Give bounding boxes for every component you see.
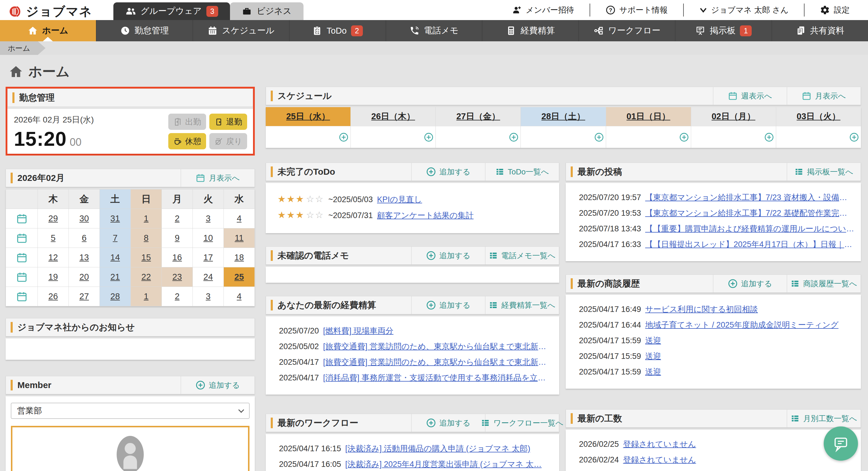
deal-link[interactable]: サービス利用に関する初回相談 [645, 304, 758, 315]
week-calendar-icon[interactable] [6, 209, 38, 228]
calendar-day[interactable]: 19 [38, 268, 69, 287]
calendar-day[interactable]: 16 [162, 248, 193, 268]
schedule-day-sunday[interactable]: 01日（日） [606, 107, 691, 126]
week-calendar-icon[interactable] [6, 248, 38, 268]
workflow-list-link[interactable]: ワークフロー一覧へ [485, 414, 559, 432]
calendar-day[interactable]: 14 [100, 248, 131, 268]
manhours-list-link[interactable]: 月別工数一覧へ [787, 410, 861, 427]
week-calendar-icon[interactable] [6, 268, 38, 287]
support-info-button[interactable]: ? サポート情報 [590, 5, 683, 15]
calendar-day[interactable]: 22 [131, 268, 162, 287]
calendar-day[interactable]: 28 [100, 287, 131, 306]
expense-link[interactable]: [消耗品費] 事務所運営・支援活動で使用する事務消耗品を立替… [323, 372, 553, 383]
deals-list-link[interactable]: 商談履歴一覧へ [787, 275, 861, 292]
nav-todo[interactable]: ToDo 2 [289, 20, 385, 41]
week-calendar-icon[interactable] [6, 228, 38, 248]
calendar-day[interactable]: 6 [69, 228, 100, 248]
calendar-day[interactable]: 30 [69, 209, 100, 228]
schedule-day[interactable]: 02日（月） [691, 107, 776, 126]
posts-list-link[interactable]: 掲示板一覧へ [787, 163, 861, 181]
post-link[interactable]: 【【日報提出スレッド】2025年4月17日（木）】日報｜支援… [645, 239, 855, 250]
calendar-day[interactable]: 17 [193, 248, 224, 268]
deal-link[interactable]: 送迎 [645, 335, 661, 346]
calendar-day[interactable]: 31 [100, 209, 131, 228]
clock-out-button[interactable]: 退勤 [209, 114, 247, 130]
nav-phone-memo[interactable]: 電話メモ [385, 20, 482, 41]
tab-business[interactable]: ビジネス [230, 2, 304, 20]
add-event-button[interactable] [509, 132, 519, 142]
workflow-link[interactable]: [決裁済み] 2025年4月度営業出張申請 (ジョブマネ 太… [345, 459, 541, 470]
calendar-day[interactable]: 21 [100, 268, 131, 287]
expense-link[interactable]: [旅費交通費] 営業訪問のため、東京駅から仙台駅まで東北新幹… [323, 341, 553, 352]
calendar-day-today[interactable]: 25 [224, 268, 255, 287]
calendar-day[interactable]: 2 [162, 287, 193, 306]
todo-add-button[interactable]: 追加する [411, 163, 485, 181]
clock-in-button[interactable]: 出勤 [168, 114, 206, 130]
schedule-month-view-link[interactable]: 月表示へ [787, 87, 861, 105]
calendar-day[interactable]: 29 [38, 209, 69, 228]
calendar-day[interactable]: 13 [69, 248, 100, 268]
settings-button[interactable]: 設定 [805, 5, 865, 15]
todo-item-link[interactable]: KPIの見直し [377, 194, 422, 205]
deals-add-button[interactable]: 追加する [713, 275, 787, 292]
post-link[interactable]: 【【重要】購買申請および経費精算の運用ルールについて】tes… [645, 223, 855, 234]
post-link[interactable]: 【東京都マンション給排水工事】7/22 基礎配管作業完了のご… [645, 208, 855, 218]
add-event-button[interactable] [764, 132, 774, 142]
post-link[interactable]: 【東京都マンション給排水工事】7/23 資材搬入・設備配管 … [645, 192, 855, 203]
expense-link[interactable]: [燃料費] 現場車両分 [323, 325, 394, 336]
user-menu[interactable]: ジョブマネ 太郎 さん [684, 5, 804, 15]
chat-fab-button[interactable] [824, 427, 858, 461]
expenses-add-button[interactable]: 追加する [411, 296, 485, 314]
calendar-day[interactable]: 27 [69, 287, 100, 306]
calendar-day[interactable]: 3 [193, 287, 224, 306]
app-logo[interactable]: ジョブマネ [8, 3, 92, 20]
return-button[interactable]: 戻り [209, 133, 247, 149]
todo-list-link[interactable]: ToDo一覧へ [485, 163, 559, 181]
calendar-day[interactable]: 7 [100, 228, 131, 248]
nav-home[interactable]: ホーム [0, 20, 96, 41]
add-event-button[interactable] [594, 132, 604, 142]
calendar-day[interactable]: 9 [162, 228, 193, 248]
deal-link[interactable]: 地域子育てネット / 2025年度助成金説明ミーティング [645, 320, 838, 330]
calendar-day[interactable]: 10 [193, 228, 224, 248]
schedule-day-saturday[interactable]: 28日（土） [521, 107, 606, 126]
schedule-day[interactable]: 03日（火） [776, 107, 861, 126]
calendar-day[interactable]: 1 [131, 209, 162, 228]
invite-member-button[interactable]: メンバー招待 [497, 5, 590, 15]
calendar-day[interactable]: 3 [193, 209, 224, 228]
calendar-day[interactable]: 2 [162, 209, 193, 228]
breadcrumb[interactable]: ホーム [0, 41, 45, 55]
todo-item-link[interactable]: 顧客アンケート結果の集計 [377, 210, 473, 221]
schedule-day[interactable]: 26日（木） [351, 107, 435, 126]
schedule-day[interactable]: 27日（金） [436, 107, 521, 126]
calendar-day[interactable]: 20 [69, 268, 100, 287]
manhours-link[interactable]: 登録されていません [623, 454, 696, 465]
add-event-button[interactable] [339, 132, 348, 142]
week-calendar-icon[interactable] [6, 287, 38, 306]
expense-link[interactable]: [旅費交通費] 営業訪問のため、東京駅から仙台駅まで東北新幹… [323, 357, 553, 368]
calendar-day[interactable]: 5 [38, 228, 69, 248]
nav-schedule[interactable]: スケジュール [192, 20, 289, 41]
department-select[interactable]: 営業部 [11, 403, 249, 419]
calendar-day[interactable]: 26 [38, 287, 69, 306]
deal-link[interactable]: 送迎 [645, 367, 661, 377]
schedule-day-today[interactable]: 25日（水） [266, 107, 350, 126]
manhours-link[interactable]: 登録されていません [623, 439, 696, 449]
add-event-button[interactable] [849, 132, 859, 142]
nav-expense[interactable]: 経費精算 [482, 20, 578, 41]
workflow-add-button[interactable]: 追加する [411, 414, 485, 432]
nav-workflow[interactable]: ワークフロー [578, 20, 675, 41]
calendar-day-holiday[interactable]: 11 [224, 228, 255, 248]
break-button[interactable]: 休憩 [168, 133, 206, 149]
tab-groupware[interactable]: グループウェア 3 [113, 2, 230, 20]
calendar-day[interactable]: 1 [131, 287, 162, 306]
phone-memo-add-button[interactable]: 追加する [411, 247, 485, 264]
calendar-day[interactable]: 4 [224, 209, 255, 228]
add-event-button[interactable] [424, 132, 433, 142]
nav-shared-docs[interactable]: 共有資料 [771, 20, 868, 41]
calendar-day[interactable]: 24 [193, 268, 224, 287]
member-add-button[interactable]: 追加する [181, 376, 254, 394]
add-event-button[interactable] [679, 132, 689, 142]
calendar-day[interactable]: 8 [131, 228, 162, 248]
nav-board[interactable]: 掲示板 1 [675, 20, 771, 41]
